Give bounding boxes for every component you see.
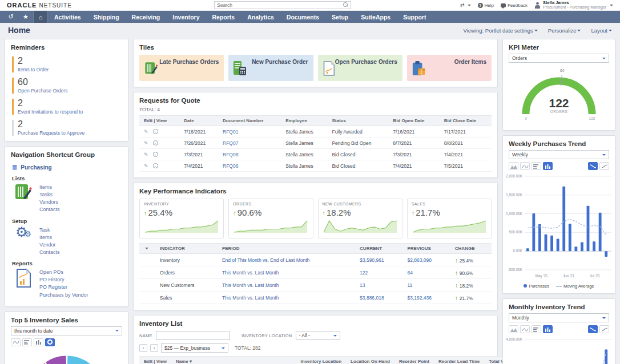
tile-late-purchase-orders[interactable]: Late Purchase Orders xyxy=(139,55,224,81)
vbar-chart-icon[interactable] xyxy=(543,325,553,333)
nav-item-reports[interactable]: Reports xyxy=(206,11,241,23)
tile-order-items[interactable]: Order Items xyxy=(407,55,492,81)
tile-new-purchase-order[interactable]: New Purchase Order xyxy=(228,55,313,81)
kpi-current[interactable]: 122 xyxy=(355,266,402,279)
view-icon[interactable]: › xyxy=(153,129,158,134)
nav-item-inventory[interactable]: Inventory xyxy=(166,11,206,23)
reminder-item[interactable]: 2Event Invitations to respond to xyxy=(12,99,121,115)
tile-open-purchase-orders[interactable]: Open Purchase Orders xyxy=(318,55,402,81)
shortcuts-star-icon[interactable]: ★ xyxy=(18,11,33,23)
personalize-menu[interactable]: Personalize xyxy=(548,27,581,34)
nav-item-suiteapps[interactable]: SuiteApps xyxy=(355,11,397,23)
shortcut-link[interactable]: Contacts xyxy=(39,206,60,213)
shortcut-link[interactable]: Tasks xyxy=(39,191,60,198)
shortcut-link[interactable]: Vendor xyxy=(39,241,60,248)
shortcut-link[interactable]: Items xyxy=(39,234,60,241)
top5-range-select[interactable]: this month to date xyxy=(11,326,122,335)
home-icon[interactable]: ⌂ xyxy=(33,11,48,23)
nav-item-receiving[interactable]: Receiving xyxy=(126,11,167,23)
kpi-current[interactable]: $3,886,018 xyxy=(355,292,402,304)
vbar-chart-icon[interactable] xyxy=(543,162,553,170)
prev-page-button[interactable]: ‹ xyxy=(139,344,147,352)
name-filter-input[interactable] xyxy=(156,331,230,340)
edit-view-cell: ✎› xyxy=(139,126,179,137)
page-range-select[interactable]: $25 — Exp_business xyxy=(161,343,228,353)
location-filter-select[interactable]: - All - xyxy=(296,331,340,340)
shortcut-root-purchasing[interactable]: ≣ Purchasing xyxy=(12,164,121,171)
nav-item-support[interactable]: Support xyxy=(397,11,432,23)
edit-pencil-icon[interactable]: ✎ xyxy=(144,152,148,157)
kpi-current[interactable]: $3,590,961 xyxy=(355,254,402,266)
nav-item-shipping[interactable]: Shipping xyxy=(87,11,126,23)
nav-item-analytics[interactable]: Analytics xyxy=(241,11,280,23)
nav-item-setup[interactable]: Setup xyxy=(325,11,355,23)
reminder-item[interactable]: 2Purchase Requests to Approve xyxy=(12,120,121,136)
next-page-button[interactable]: › xyxy=(150,344,158,352)
kpi-period[interactable]: This Month vs. Last Month xyxy=(218,279,355,292)
donut-chart-icon[interactable] xyxy=(45,338,55,346)
edit-pencil-icon[interactable]: ✎ xyxy=(144,129,148,135)
shortcut-link[interactable]: Vendors xyxy=(39,199,60,205)
vbar-chart-icon[interactable] xyxy=(34,338,43,346)
chevron-down-icon[interactable] xyxy=(145,248,148,249)
weekly-range-select[interactable]: Weekly xyxy=(509,150,609,159)
recent-records-icon[interactable]: ↺ xyxy=(3,11,18,23)
trendline-on-icon[interactable] xyxy=(588,162,598,170)
hbar-chart-icon[interactable] xyxy=(532,325,541,333)
shortcut-link[interactable]: Open POs xyxy=(39,269,88,276)
rfq-cell[interactable]: RFQ01 xyxy=(218,126,281,137)
layout-menu[interactable]: Layout xyxy=(591,27,612,34)
help-link[interactable]: ?Help xyxy=(478,3,494,8)
kpi-current[interactable]: 13 xyxy=(355,279,402,292)
rfq-cell[interactable]: RFQ06 xyxy=(218,160,281,172)
kpi-meter-select[interactable]: Orders xyxy=(509,54,609,63)
search-input[interactable] xyxy=(215,2,343,8)
kpi-previous[interactable]: $2,863,090 xyxy=(402,254,450,266)
viewing-portlet-date-settings[interactable]: Viewing: Portlet date settings xyxy=(463,27,537,34)
shortcut-link[interactable]: Purchases by Vendor xyxy=(39,292,88,298)
kpi-period[interactable]: This Month vs. Last Month xyxy=(218,292,355,304)
global-search[interactable] xyxy=(214,1,351,9)
kpi-previous[interactable]: 64 xyxy=(402,266,450,279)
nav-item-documents[interactable]: Documents xyxy=(280,11,325,23)
line-chart-icon[interactable] xyxy=(520,162,530,170)
view-icon[interactable]: › xyxy=(153,152,158,157)
area-chart-icon[interactable] xyxy=(509,325,518,333)
kpi-previous[interactable]: 11 xyxy=(402,279,450,292)
kpi-previous[interactable]: $3,192,436 xyxy=(402,292,450,304)
kpi-card-sales[interactable]: SALES↑21.7% xyxy=(407,199,492,238)
top5-donut-chart[interactable] xyxy=(24,350,110,364)
monthly-range-select[interactable]: Monthly xyxy=(509,313,609,322)
kpi-period[interactable]: This Month vs. Last Month xyxy=(218,266,355,279)
hbar-chart-icon[interactable] xyxy=(22,338,32,346)
shortcut-link[interactable]: PO History xyxy=(39,276,88,283)
kpi-card-orders[interactable]: ORDERS↑90.6% xyxy=(228,199,313,238)
user-menu[interactable]: Stella James Procurement - Purchasing Ma… xyxy=(534,1,613,10)
area-chart-icon[interactable] xyxy=(509,162,518,170)
rfq-cell[interactable]: RFQ08 xyxy=(218,149,281,160)
edit-pencil-icon[interactable]: ✎ xyxy=(144,163,148,169)
roles-switch[interactable]: ⇄ xyxy=(460,2,471,8)
reminder-item[interactable]: 2Items to Order xyxy=(12,56,121,72)
kpi-card-new-customers[interactable]: NEW CUSTOMERS↑18.2% xyxy=(318,199,402,238)
kpi-period[interactable]: End of This Month vs. End of Last Month xyxy=(218,254,355,266)
shortcut-link[interactable]: PO Register xyxy=(39,284,88,290)
shortcut-link[interactable]: Contacts xyxy=(39,249,60,256)
edit-pencil-icon[interactable]: ✎ xyxy=(144,140,148,146)
rfq-cell[interactable]: RFQ07 xyxy=(218,137,281,149)
shortcut-link[interactable]: Items xyxy=(39,184,60,191)
search-icon[interactable] xyxy=(343,2,349,8)
shortcut-link[interactable]: Task xyxy=(39,227,60,233)
line-chart-icon[interactable] xyxy=(11,338,21,346)
feedback-link[interactable]: Feedback xyxy=(501,3,528,8)
view-icon[interactable]: › xyxy=(153,140,158,145)
nav-item-activities[interactable]: Activities xyxy=(48,11,87,23)
trendline-off-icon[interactable] xyxy=(599,162,609,170)
hbar-chart-icon[interactable] xyxy=(532,162,541,170)
view-icon[interactable]: › xyxy=(153,163,158,168)
line-chart-icon[interactable] xyxy=(520,325,530,333)
kpi-card-inventory[interactable]: INVENTORY↑25.4% xyxy=(139,199,224,238)
trendline-off-icon[interactable] xyxy=(599,325,609,333)
reminder-item[interactable]: 60Open Purchase Orders xyxy=(12,78,121,94)
trendline-on-icon[interactable] xyxy=(588,325,598,333)
